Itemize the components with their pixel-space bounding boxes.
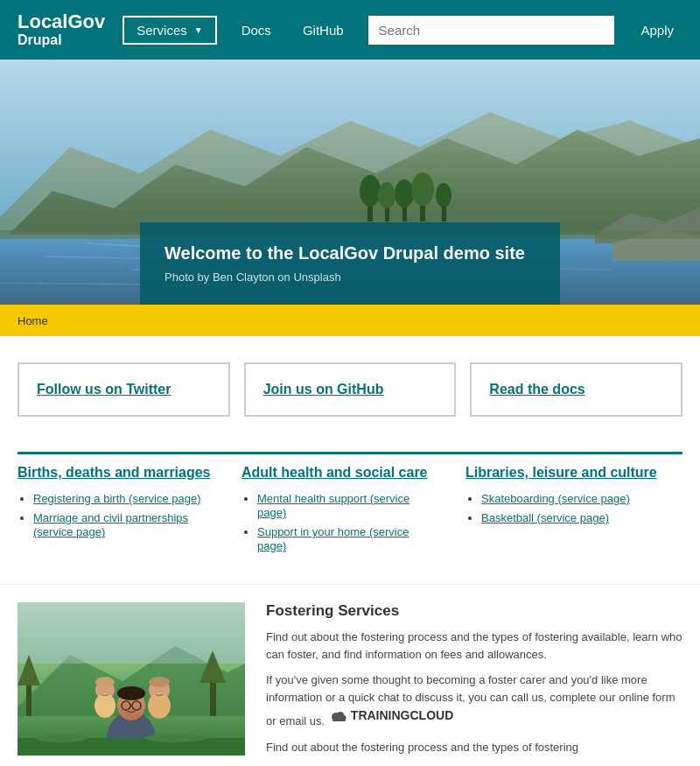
site-logo[interactable]: LocalGov Drupal bbox=[18, 11, 105, 48]
service-title-libraries[interactable]: Libraries, leisure and culture bbox=[466, 465, 657, 481]
service-link[interactable]: Basketball (service page) bbox=[481, 511, 609, 524]
cta-box-docs: Read the docs bbox=[470, 362, 682, 417]
logo-line2: Drupal bbox=[18, 32, 105, 48]
service-list-births: Registering a birth (service page) Marri… bbox=[18, 491, 217, 538]
list-item: Basketball (service page) bbox=[481, 510, 665, 524]
twitter-link[interactable]: Follow us on Twitter bbox=[37, 382, 171, 397]
services-nav-button[interactable]: Services ▼ bbox=[122, 16, 216, 45]
list-item: Registering a birth (service page) bbox=[33, 491, 217, 505]
list-item: Support in your home (service page) bbox=[257, 524, 441, 552]
service-link[interactable]: Mental health support (service page) bbox=[257, 492, 410, 519]
list-item: Skateboarding (service page) bbox=[481, 491, 665, 505]
svg-point-40 bbox=[149, 677, 170, 687]
breadcrumb-home-link[interactable]: Home bbox=[18, 314, 48, 327]
hero-section: Welcome to the LocalGov Drupal demo site… bbox=[0, 60, 700, 305]
svg-point-6 bbox=[378, 182, 396, 208]
training-cloud-icon bbox=[328, 706, 347, 725]
github-link[interactable]: Join us on GitHub bbox=[263, 382, 384, 397]
svg-rect-25 bbox=[18, 602, 245, 664]
fostering-image bbox=[18, 602, 245, 755]
list-item: Marriage and civil partnerships (service… bbox=[33, 510, 217, 538]
family-photo-svg bbox=[18, 602, 245, 755]
service-title-births[interactable]: Births, deaths and marriages bbox=[18, 465, 211, 481]
apply-button[interactable]: Apply bbox=[632, 18, 682, 43]
service-col-libraries: Libraries, leisure and culture Skateboar… bbox=[458, 452, 682, 558]
fostering-paragraph1: Find out about the fostering process and… bbox=[266, 629, 682, 663]
list-item: Mental health support (service page) bbox=[257, 491, 441, 519]
services-label: Services bbox=[136, 23, 187, 38]
service-link[interactable]: Skateboarding (service page) bbox=[481, 492, 630, 505]
svg-point-4 bbox=[360, 175, 381, 207]
svg-point-43 bbox=[35, 734, 88, 742]
services-section: Births, deaths and marriages Registering… bbox=[0, 434, 700, 575]
fostering-paragraph2: If you've given some thought to becoming… bbox=[266, 671, 682, 730]
training-cloud-logo: TRAININGCLOUD bbox=[328, 706, 453, 725]
svg-rect-26 bbox=[26, 681, 32, 716]
cta-box-twitter: Follow us on Twitter bbox=[18, 362, 230, 417]
breadcrumb: Home bbox=[0, 305, 700, 336]
service-col-births: Births, deaths and marriages Registering… bbox=[18, 452, 234, 558]
svg-point-35 bbox=[117, 686, 145, 700]
svg-rect-48 bbox=[332, 717, 346, 721]
fostering-paragraph3: Find out about the fostering process and… bbox=[266, 739, 682, 756]
svg-point-38 bbox=[94, 693, 116, 718]
service-link[interactable]: Support in your home (service page) bbox=[257, 525, 409, 552]
service-link[interactable]: Registering a birth (service page) bbox=[33, 492, 200, 505]
logo-line1: LocalGov bbox=[18, 11, 105, 32]
svg-point-8 bbox=[395, 179, 414, 207]
svg-point-12 bbox=[436, 183, 452, 207]
cta-section: Follow us on Twitter Join us on GitHub R… bbox=[0, 336, 700, 434]
hero-title: Welcome to the LocalGov Drupal demo site bbox=[164, 243, 536, 264]
svg-point-41 bbox=[148, 692, 171, 719]
svg-point-10 bbox=[411, 172, 434, 206]
github-nav-link[interactable]: GitHub bbox=[296, 18, 351, 43]
cta-box-github: Join us on GitHub bbox=[244, 362, 457, 417]
hero-text-overlay: Welcome to the LocalGov Drupal demo site… bbox=[140, 222, 560, 305]
search-container bbox=[368, 16, 615, 45]
docs-link[interactable]: Read the docs bbox=[489, 382, 584, 397]
svg-point-44 bbox=[144, 734, 206, 742]
service-list-health: Mental health support (service page) Sup… bbox=[242, 491, 441, 552]
service-list-libraries: Skateboarding (service page) Basketball … bbox=[466, 491, 665, 524]
hero-subtitle: Photo by Ben Clayton on Unsplash bbox=[164, 271, 536, 284]
service-link[interactable]: Marriage and civil partnerships (service… bbox=[33, 511, 188, 538]
site-header: LocalGov Drupal Services ▼ Docs GitHub A… bbox=[0, 0, 700, 60]
service-col-health: Adult health and social care Mental heal… bbox=[234, 452, 458, 558]
chevron-down-icon: ▼ bbox=[194, 25, 203, 35]
service-title-health[interactable]: Adult health and social care bbox=[242, 465, 428, 481]
fostering-section: Fostering Services Find out about the fo… bbox=[0, 584, 700, 766]
fostering-title: Fostering Services bbox=[266, 602, 682, 620]
svg-point-37 bbox=[95, 677, 115, 687]
docs-nav-link[interactable]: Docs bbox=[234, 18, 278, 43]
search-input[interactable] bbox=[368, 16, 615, 45]
fostering-content: Fostering Services Find out about the fo… bbox=[245, 602, 682, 764]
